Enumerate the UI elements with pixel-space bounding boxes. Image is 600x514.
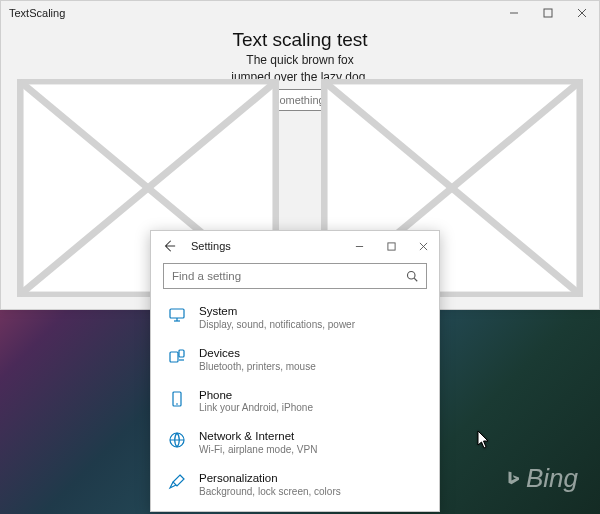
close-button[interactable] — [407, 231, 439, 261]
svg-rect-16 — [170, 309, 184, 318]
settings-item-text: PhoneLink your Android, iPhone — [199, 389, 313, 415]
settings-item-devices[interactable]: DevicesBluetooth, printers, mouse — [163, 341, 427, 383]
mouse-cursor — [477, 430, 491, 450]
window-controls — [497, 1, 599, 25]
settings-item-text: Network & InternetWi-Fi, airplane mode, … — [199, 430, 317, 456]
search-icon — [406, 270, 418, 282]
settings-item-title: Personalization — [199, 472, 341, 486]
settings-item-network-internet[interactable]: Network & InternetWi-Fi, airplane mode, … — [163, 424, 427, 466]
settings-list: SystemDisplay, sound, notifications, pow… — [163, 299, 427, 511]
svg-rect-20 — [179, 350, 184, 357]
bing-label: Bing — [526, 463, 578, 494]
search-input[interactable] — [172, 270, 406, 282]
svg-rect-11 — [387, 242, 394, 249]
back-button[interactable] — [157, 234, 181, 258]
settings-item-desc: Bluetooth, printers, mouse — [199, 361, 316, 373]
svg-rect-19 — [170, 352, 178, 362]
bing-icon — [504, 470, 522, 488]
settings-item-desc: Background, lock screen, colors — [199, 486, 341, 498]
svg-rect-1 — [544, 9, 552, 17]
paintbrush-icon — [167, 472, 187, 492]
svg-point-14 — [408, 272, 416, 280]
subtitle-line1: The quick brown fox — [1, 53, 599, 68]
settings-item-text: DevicesBluetooth, printers, mouse — [199, 347, 316, 373]
settings-window: Settings SystemDisplay, sound, notificat… — [150, 230, 440, 512]
settings-body: SystemDisplay, sound, notifications, pow… — [151, 261, 439, 511]
settings-item-apps[interactable]: AppsUninstall, defaults, optional featur… — [163, 508, 427, 511]
settings-item-system[interactable]: SystemDisplay, sound, notifications, pow… — [163, 299, 427, 341]
globe-icon — [167, 430, 187, 450]
minimize-button[interactable] — [343, 231, 375, 261]
settings-item-desc: Wi-Fi, airplane mode, VPN — [199, 444, 317, 456]
textscaling-title: TextScaling — [9, 7, 65, 19]
minimize-button[interactable] — [497, 1, 531, 25]
settings-item-text: SystemDisplay, sound, notifications, pow… — [199, 305, 355, 331]
bing-watermark: Bing — [504, 463, 578, 494]
maximize-button[interactable] — [531, 1, 565, 25]
page-heading: Text scaling test — [1, 29, 599, 51]
settings-titlebar[interactable]: Settings — [151, 231, 439, 261]
settings-item-title: Devices — [199, 347, 316, 361]
devices-icon — [167, 347, 187, 367]
settings-item-title: Network & Internet — [199, 430, 317, 444]
settings-search[interactable] — [163, 263, 427, 289]
svg-line-15 — [414, 278, 417, 281]
settings-title: Settings — [191, 240, 231, 252]
settings-item-desc: Display, sound, notifications, power — [199, 319, 355, 331]
arrow-left-icon — [162, 239, 176, 253]
settings-item-text: PersonalizationBackground, lock screen, … — [199, 472, 341, 498]
settings-item-personalization[interactable]: PersonalizationBackground, lock screen, … — [163, 466, 427, 508]
settings-item-desc: Link your Android, iPhone — [199, 402, 313, 414]
close-button[interactable] — [565, 1, 599, 25]
settings-window-controls — [343, 231, 439, 261]
textscaling-titlebar[interactable]: TextScaling — [1, 1, 599, 25]
settings-item-title: Phone — [199, 389, 313, 403]
monitor-icon — [167, 305, 187, 325]
maximize-button[interactable] — [375, 231, 407, 261]
settings-item-title: System — [199, 305, 355, 319]
phone-icon — [167, 389, 187, 409]
settings-item-phone[interactable]: PhoneLink your Android, iPhone — [163, 383, 427, 425]
